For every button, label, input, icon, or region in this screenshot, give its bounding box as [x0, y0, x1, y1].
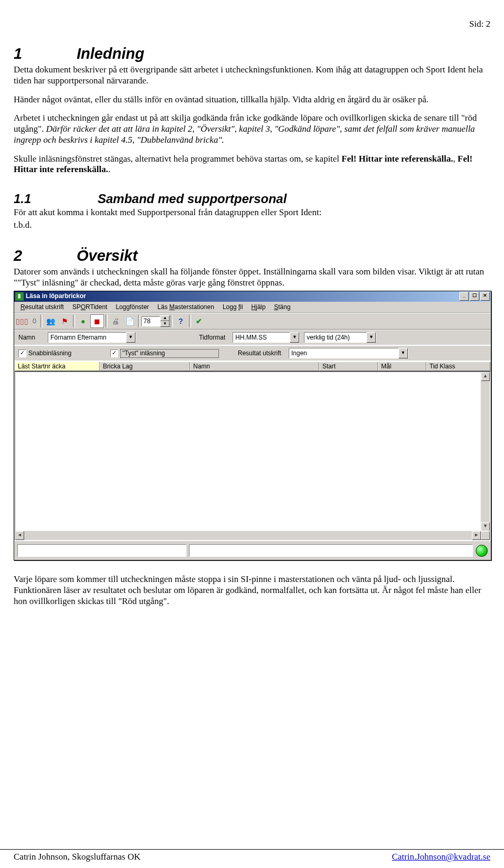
status-led-icon — [476, 545, 488, 557]
menu-resultat[interactable]: Resultat utskrift — [16, 303, 68, 312]
heading-number: 2 — [14, 247, 77, 265]
close-button[interactable]: ✕ — [480, 292, 490, 301]
heading-text: Översikt — [77, 247, 138, 264]
verklig-combo[interactable]: verklig tid (24h) ▼ — [304, 332, 376, 343]
toolbar-btn-green[interactable]: ● — [76, 314, 90, 328]
scroll-left-icon[interactable]: ◄ — [15, 531, 24, 540]
scroll-right-icon[interactable]: ► — [472, 531, 481, 540]
text: Skulle inläsningsfönstret stängas, alter… — [14, 154, 342, 164]
tidformat-value: HH.MM.SS — [233, 333, 290, 342]
titlebar[interactable]: ▮ Läsa in löparbrickor _ ☐ ✕ — [14, 291, 491, 302]
window-title: Läsa in löparbrickor — [26, 292, 86, 300]
vertical-scrollbar[interactable]: ▲ ▼ — [480, 372, 490, 531]
toolbar-btn-doc[interactable]: 📄 — [123, 314, 136, 328]
toolbar-spinner[interactable]: 78 ▲ ▼ — [141, 315, 170, 327]
menubar: Resultat utskrift SPORTident Loggfönster… — [14, 302, 491, 313]
menu-stang[interactable]: Stäng — [270, 303, 295, 312]
horizontal-scrollbar[interactable]: ◄ ► — [15, 531, 490, 540]
namn-combo[interactable]: Förnamn Efternamn ▼ — [48, 332, 136, 343]
col-namn[interactable]: Namn — [190, 362, 319, 371]
scroll-up-icon[interactable]: ▲ — [481, 372, 490, 381]
minimize-button[interactable]: _ — [459, 292, 469, 301]
heading-text: Samband med supportpersonal — [98, 192, 287, 206]
snabb-checkbox[interactable]: ✓ — [18, 350, 26, 357]
spinner-down[interactable]: ▼ — [160, 321, 170, 327]
menu-sportident[interactable]: SPORTident — [68, 303, 112, 312]
toolbar-counter: 0 — [29, 317, 39, 325]
resultat-label: Resultat utskrift — [238, 350, 281, 357]
tidformat-label: Tidformat — [199, 334, 225, 342]
app-icon: ▮ — [15, 292, 24, 301]
menu-hjalp[interactable]: Hjälp — [247, 303, 270, 312]
separator — [171, 315, 173, 327]
namn-label: Namn — [18, 334, 45, 342]
toolbar-btn-flag[interactable]: ⚑ — [58, 314, 71, 328]
toolbar-btn-1[interactable]: ▯▯▯ — [15, 314, 29, 328]
scroll-down-icon[interactable]: ▼ — [481, 522, 490, 531]
app-window: ▮ Läsa in löparbrickor _ ☐ ✕ Resultat ut… — [14, 291, 491, 561]
separator — [106, 315, 108, 327]
heading-number: 1 — [14, 45, 77, 63]
paragraph: Händer något oväntat, eller du ställs in… — [14, 94, 490, 105]
list-header: Läst Startnr äcka Bricka Lag Namn Start … — [15, 361, 490, 372]
separator — [189, 315, 191, 327]
status-field-2 — [189, 544, 473, 557]
paragraph: Skulle inläsningsfönstret stängas, alter… — [14, 154, 490, 175]
dropdown-icon[interactable]: ▼ — [126, 332, 135, 343]
toolbar: ▯▯▯ 0 👥 ⚑ ● ◼ 🖨 📄 78 ▲ ▼ ? ✔ — [14, 313, 491, 330]
form-row-options: ✓ Snabbinläsning ✓ "Tyst" inläsning Resu… — [14, 345, 491, 361]
status-field-1 — [17, 544, 186, 557]
heading-text: Inledning — [77, 45, 144, 62]
col-start[interactable]: Start — [319, 362, 378, 371]
tyst-checkbox[interactable]: ✓ — [110, 350, 118, 357]
toolbar-btn-people[interactable]: 👥 — [44, 314, 57, 328]
paragraph: Varje löpare som kommer till utcheckning… — [14, 574, 490, 607]
scroll-grip — [481, 531, 490, 540]
heading-1-inledning: 1Inledning — [14, 45, 490, 63]
maximize-button[interactable]: ☐ — [470, 292, 479, 301]
resultat-combo[interactable]: Ingen ▼ — [289, 348, 408, 358]
verklig-value: verklig tid (24h) — [304, 333, 366, 342]
snabb-label: Snabbinläsning — [28, 350, 107, 357]
page-number: Sid: 2 — [14, 19, 490, 30]
toolbar-btn-help[interactable]: ? — [174, 314, 187, 328]
menu-loggfil[interactable]: Logg fil — [218, 303, 247, 312]
heading-2-oversikt: 2Översikt — [14, 247, 490, 265]
paragraph: Datorer som används i utcheckningen skal… — [14, 267, 490, 288]
dropdown-icon[interactable]: ▼ — [366, 332, 376, 343]
namn-value: Förnamn Efternamn — [48, 333, 126, 342]
list-area: ▲ ▼ ◄ ► — [15, 372, 490, 541]
col-last[interactable]: Läst Startnr äcka — [15, 362, 100, 371]
spinner-value[interactable]: 78 — [141, 316, 160, 326]
text: , — [453, 154, 458, 164]
text-bold: Fel! Hittar inte referenskälla. — [342, 154, 453, 164]
menu-loggfonster[interactable]: Loggfönster — [111, 303, 153, 312]
paragraph: Detta dokument beskriver på ett övergrip… — [14, 65, 490, 86]
tyst-label: "Tyst" inläsning — [120, 349, 219, 358]
statusbar — [14, 541, 491, 560]
col-tid[interactable]: Tid Klass — [426, 362, 490, 371]
form-row-namn: Namn Förnamn Efternamn ▼ Tidformat HH.MM… — [14, 330, 491, 345]
spinner-up[interactable]: ▲ — [160, 315, 170, 321]
heading-number: 1.1 — [14, 191, 98, 206]
dropdown-icon[interactable]: ▼ — [398, 348, 408, 358]
text-italic: Därför räcker det att att lära in kapite… — [14, 124, 475, 145]
toolbar-btn-check[interactable]: ✔ — [192, 314, 206, 328]
separator — [40, 315, 43, 327]
tidformat-combo[interactable]: HH.MM.SS ▼ — [233, 332, 300, 343]
col-bricka[interactable]: Bricka Lag — [100, 362, 190, 371]
toolbar-btn-stop[interactable]: ◼ — [90, 314, 104, 328]
paragraph: t.b.d. — [14, 220, 490, 231]
col-mal[interactable]: Mål — [378, 362, 426, 371]
menu-las-master[interactable]: Läs Masterstationen — [153, 303, 218, 312]
separator — [138, 315, 140, 327]
heading-1-1-samband: 1.1Samband med supportpersonal — [14, 191, 490, 206]
separator — [73, 315, 75, 327]
paragraph: Arbetet i utcheckningen går endast ut på… — [14, 113, 490, 145]
resultat-value: Ingen — [289, 348, 398, 358]
toolbar-btn-print[interactable]: 🖨 — [109, 314, 122, 328]
text: . — [108, 164, 110, 174]
paragraph: För att akut komma i kontakt med Support… — [14, 207, 490, 218]
dropdown-icon[interactable]: ▼ — [290, 332, 299, 343]
